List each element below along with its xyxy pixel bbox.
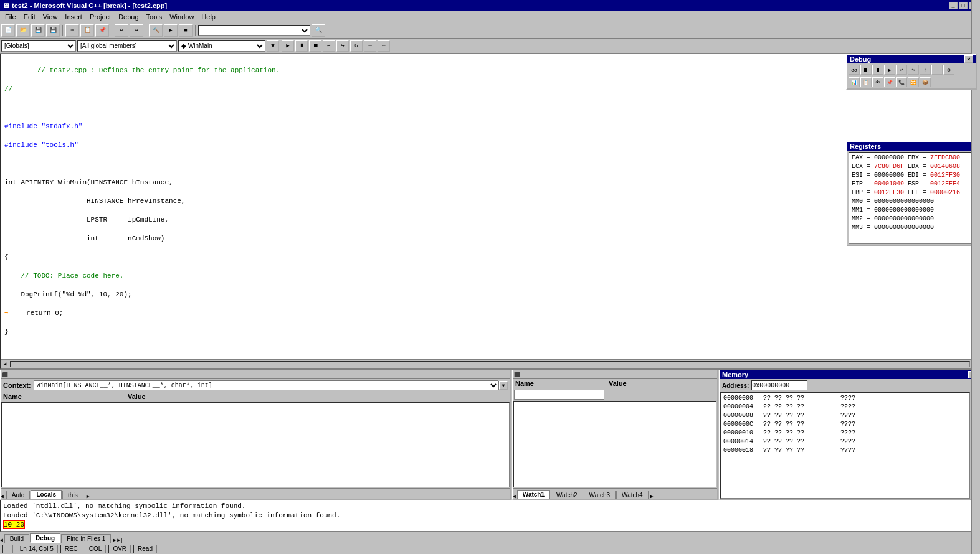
build-button[interactable]: 🔨 xyxy=(149,24,163,37)
scroll-left[interactable]: ◀ xyxy=(1,360,9,369)
watch-tabs: ◀ Auto Locals this ▶ xyxy=(1,488,510,499)
watch-scroll-left[interactable]: ◀ xyxy=(1,494,4,499)
nv-name-header: Name xyxy=(513,379,606,388)
redo-button[interactable]: ↪ xyxy=(130,24,143,37)
tab-build[interactable]: Build xyxy=(4,534,29,543)
tab-locals[interactable]: Locals xyxy=(31,490,62,499)
registers-content: EAX = 00000000 EBX = 7FFDCB00 ECX = 7C80… xyxy=(849,152,980,244)
dbg-reg[interactable]: 📋 xyxy=(860,77,872,87)
menu-window[interactable]: Window xyxy=(166,12,197,21)
memory-title: Memory × xyxy=(720,370,979,379)
menu-help[interactable]: Help xyxy=(197,12,219,21)
dbg-break[interactable]: ⏸ xyxy=(872,65,883,75)
mem-row-1: 00000004 ?? ?? ?? ?? ???? xyxy=(723,403,967,411)
main-area: // test2.cpp : Defines the entry point f… xyxy=(0,54,980,543)
watch-body[interactable] xyxy=(1,402,510,487)
menu-project[interactable]: Project xyxy=(86,12,115,21)
nv-scroll-left[interactable]: ◀ xyxy=(513,494,516,499)
debug-btn7[interactable]: → xyxy=(364,40,376,52)
dbg-module[interactable]: 📦 xyxy=(920,77,931,87)
nv-scroll-right[interactable]: ▶ xyxy=(650,494,654,499)
minimize-button[interactable]: _ xyxy=(949,2,958,9)
output-scroll-right[interactable]: ▶ xyxy=(113,537,116,543)
dbg-local[interactable]: 📌 xyxy=(884,77,895,87)
nv-name-input[interactable] xyxy=(514,390,604,400)
namevalue-panel: ⬛ Name Value ◀ Watch1 Watch2 Watch3 xyxy=(512,370,718,500)
sep3 xyxy=(146,25,146,36)
debug-btn3[interactable]: ⏹ xyxy=(309,40,321,52)
dbg-runcursor[interactable]: → xyxy=(931,65,943,75)
context-select[interactable]: WinMain[HINSTANCE__*, HINSTANCE__*, char… xyxy=(34,380,499,390)
nv-body[interactable] xyxy=(513,401,716,487)
debug-close[interactable]: × xyxy=(964,55,973,63)
nv-resize-handle: ⬛ xyxy=(513,370,717,379)
tab-debug-output[interactable]: Debug xyxy=(30,533,60,543)
registers-title: Registers × xyxy=(847,142,980,151)
save-button[interactable]: 💾 xyxy=(31,24,45,37)
output-scroll-end[interactable]: ▶| xyxy=(117,537,123,543)
members-dropdown[interactable]: [All global members] xyxy=(77,40,177,52)
right-panels: Debug × ↺↺ ⏹ ⏸ ▶ ↩ ↪ ↑ → ⚙ 📊 📋 � xyxy=(846,54,980,369)
debug-btn6[interactable]: ↻ xyxy=(350,40,363,52)
save-all-button[interactable]: 💾 xyxy=(46,24,60,37)
dbg-stepinto[interactable]: ↪ xyxy=(908,65,919,75)
dbg-stop[interactable]: ⏹ xyxy=(860,65,872,75)
tab-auto[interactable]: Auto xyxy=(6,491,31,499)
debug-btn4[interactable]: ↩ xyxy=(323,40,335,52)
dbg-stepout[interactable]: ↑ xyxy=(920,65,931,75)
context-arrow[interactable]: ▼ xyxy=(499,381,508,390)
register-mm2: MM2 = 0000000000000000 xyxy=(852,215,980,223)
dbg-t1[interactable]: ⚙ xyxy=(943,65,954,75)
tab-watch1[interactable]: Watch1 xyxy=(517,490,550,499)
register-ecx: ECX = 7C80FD6F EDX = 00140608 xyxy=(852,162,980,171)
search-dropdown[interactable] xyxy=(198,25,310,36)
bottom-section: ⬛ Context: WinMain[HINSTANCE__*, HINSTAN… xyxy=(0,369,980,543)
editor-content[interactable]: // test2.cpp : Defines the entry point f… xyxy=(1,54,979,349)
paste-button[interactable]: 📌 xyxy=(95,24,109,37)
maximize-button[interactable]: □ xyxy=(959,2,968,9)
memory-address-input[interactable] xyxy=(751,380,807,390)
menu-view[interactable]: View xyxy=(39,12,62,21)
dbg-restart[interactable]: ↺↺ xyxy=(849,65,860,75)
tab-watch4[interactable]: Watch4 xyxy=(616,491,649,499)
menu-file[interactable]: File xyxy=(1,12,20,21)
debug-btn8[interactable]: ← xyxy=(378,40,390,52)
status-position: Ln 14, Col 5 xyxy=(16,545,58,553)
open-button[interactable]: 📂 xyxy=(16,24,30,37)
debug-btn5[interactable]: ↪ xyxy=(336,40,349,52)
winmain-dropdown[interactable]: ◆ WinMain xyxy=(178,40,265,52)
debug-btn1[interactable]: ▶ xyxy=(282,40,294,52)
dropdown-arrow[interactable]: ▼ xyxy=(267,40,279,52)
dbg-stepover[interactable]: ↩ xyxy=(896,65,907,75)
menu-debug[interactable]: Debug xyxy=(115,12,142,21)
tab-this[interactable]: this xyxy=(62,491,83,499)
memory-content[interactable]: 00000000 ?? ?? ?? ?? ???? 00000004 ?? ??… xyxy=(720,392,970,499)
editor-area[interactable]: // test2.cpp : Defines the entry point f… xyxy=(0,54,980,369)
globals-dropdown[interactable]: [Globals] xyxy=(1,40,76,52)
search-button[interactable]: 🔍 xyxy=(312,24,325,37)
tab-watch2[interactable]: Watch2 xyxy=(551,491,583,499)
toolbar2: [Globals] [All global members] ◆ WinMain… xyxy=(0,39,980,54)
output-line-2: Loaded 'C:\WINDOWS\system32\kernel32.dll… xyxy=(3,511,977,520)
copy-button[interactable]: 📋 xyxy=(80,24,94,37)
menu-edit[interactable]: Edit xyxy=(20,12,39,21)
tab-find-in-files[interactable]: Find in Files 1 xyxy=(61,534,111,543)
dbg-apply[interactable]: ▶ xyxy=(884,65,895,75)
run-button[interactable]: ▶ xyxy=(164,24,178,37)
menu-tools[interactable]: Tools xyxy=(143,12,166,21)
dbg-thread[interactable]: 🔀 xyxy=(908,77,919,87)
tab-watch3[interactable]: Watch3 xyxy=(584,491,616,499)
editor-hscroll[interactable]: ◀ ▶ xyxy=(1,359,979,368)
stop-button[interactable]: ■ xyxy=(179,24,193,37)
dbg-call[interactable]: 📞 xyxy=(896,77,907,87)
new-button[interactable]: 📄 xyxy=(1,24,15,37)
menu-insert[interactable]: Insert xyxy=(61,12,86,21)
cut-button[interactable]: ✂ xyxy=(65,24,79,37)
dbg-watch[interactable]: 👁 xyxy=(872,77,883,87)
debug-btn2[interactable]: ⏸ xyxy=(295,40,308,52)
dbg-mem[interactable]: 📊 xyxy=(849,77,860,87)
undo-button[interactable]: ↩ xyxy=(115,24,128,37)
output-scroll-left[interactable]: ◀ xyxy=(0,537,3,543)
watch-scroll-right[interactable]: ▶ xyxy=(87,494,90,499)
nv-tabs: ◀ Watch1 Watch2 Watch3 Watch4 ▶ xyxy=(513,488,717,499)
